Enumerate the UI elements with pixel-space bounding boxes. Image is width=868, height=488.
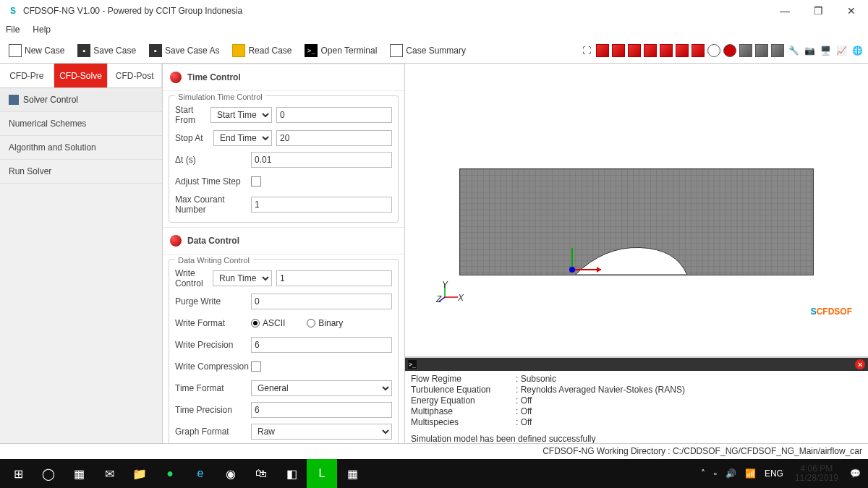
globe-icon[interactable]: 🌐 <box>851 44 864 57</box>
graph-format-select[interactable]: Raw <box>251 424 392 440</box>
settings-panel: Time Control Simulation Time Control Sta… <box>163 64 405 443</box>
write-control-input[interactable] <box>276 270 392 286</box>
sidebar-item-run-solver[interactable]: Run Solver <box>0 160 162 184</box>
stop-at-label: Stop At <box>175 133 213 143</box>
close-button[interactable]: ✕ <box>835 0 868 22</box>
left-sidebar: CFD-Pre CFD-Solve CFD-Post Solver Contro… <box>0 64 163 443</box>
fullscreen-icon[interactable]: ⛶ <box>580 44 593 57</box>
viewport: Y Z X SCFDSOF >_ ✕ Flow Regime: Subsonic… <box>405 64 868 443</box>
svg-point-5 <box>569 267 575 273</box>
mail-icon[interactable]: ✉ <box>94 459 124 488</box>
read-case-button[interactable]: Read Case <box>228 43 296 59</box>
toolbar: New Case ▪Save Case ▪Save Case As Read C… <box>0 38 868 64</box>
chart-icon[interactable]: 📈 <box>835 44 848 57</box>
maximize-button[interactable]: ❐ <box>801 0 835 22</box>
start-from-label: Start From <box>175 105 210 125</box>
status-bar: CFDSOF-NG Working Directory : C:/CDDSOF_… <box>0 443 868 458</box>
start-from-input[interactable] <box>276 107 392 123</box>
new-file-icon <box>9 44 22 57</box>
axis-widget: Y Z X <box>438 283 467 306</box>
write-precision-input[interactable] <box>251 337 392 353</box>
store-icon[interactable]: 🛍 <box>246 459 276 488</box>
solver-icon <box>9 95 19 105</box>
chrome-icon[interactable]: ◉ <box>216 459 246 488</box>
write-precision-label: Write Precision <box>175 340 251 350</box>
stop-at-input[interactable] <box>276 130 392 146</box>
data-control-header: Data Control <box>163 227 404 254</box>
view-cube-icon[interactable] <box>596 44 609 57</box>
max-courant-input[interactable] <box>251 197 392 213</box>
tray-chevron-icon[interactable]: ˄ <box>697 468 710 479</box>
open-terminal-button[interactable]: >_Open Terminal <box>300 43 381 59</box>
view-cube-icon[interactable] <box>628 44 641 57</box>
view-cube-icon[interactable] <box>676 44 689 57</box>
purge-write-input[interactable] <box>251 294 392 309</box>
summary-icon <box>390 44 403 57</box>
menu-bar: File Help <box>0 22 868 38</box>
line-icon[interactable]: L <box>307 459 337 488</box>
dt-input[interactable] <box>251 152 392 168</box>
view-cube-icon[interactable] <box>692 44 705 57</box>
write-format-label: Write Format <box>175 318 251 328</box>
notifications-icon[interactable]: 💬 <box>846 468 865 479</box>
spotify-icon[interactable]: ● <box>155 459 185 488</box>
tab-cfd-post[interactable]: CFD-Post <box>108 64 162 87</box>
cortana-button[interactable]: ◯ <box>33 459 64 488</box>
case-summary-button[interactable]: Case Summary <box>386 43 470 59</box>
camera-icon[interactable]: 📷 <box>803 44 816 57</box>
sidebar-item-solver-control[interactable]: Solver Control <box>0 88 162 112</box>
grid-icon[interactable] <box>771 44 784 57</box>
tray-app-icon[interactable]: ▫ <box>710 468 721 479</box>
target-icon[interactable] <box>707 44 720 57</box>
view-cube-icon[interactable] <box>612 44 625 57</box>
console-close-button[interactable]: ✕ <box>855 359 865 369</box>
time-precision-label: Time Precision <box>175 405 251 415</box>
tray-language[interactable]: ENG <box>760 468 788 479</box>
tray-wifi-icon[interactable]: 📶 <box>741 468 760 479</box>
wrench-icon[interactable]: 🔧 <box>787 44 800 57</box>
purge-write-label: Purge Write <box>175 296 251 307</box>
dt-label: Δt (s) <box>175 155 251 165</box>
view-cube-icon[interactable] <box>660 44 673 57</box>
start-from-select[interactable]: Start Time <box>210 107 272 123</box>
graph-format-label: Graph Format <box>175 427 251 437</box>
write-format-ascii-radio[interactable] <box>251 319 260 328</box>
window-title: CFDSOF-NG V1.00 - Powered by CCIT Group … <box>23 6 242 16</box>
explorer-icon[interactable]: 📁 <box>124 459 155 488</box>
app-icon[interactable]: ▦ <box>337 459 367 488</box>
taskview-button[interactable]: ▦ <box>64 459 94 488</box>
grid-icon[interactable] <box>755 44 768 57</box>
start-button[interactable]: ⊞ <box>3 459 33 488</box>
save-as-icon: ▪ <box>149 44 162 57</box>
record-icon[interactable] <box>723 44 736 57</box>
tab-cfd-pre[interactable]: CFD-Pre <box>0 64 54 87</box>
sidebar-item-numerical-schemes[interactable]: Numerical Schemes <box>0 112 162 136</box>
menu-file[interactable]: File <box>6 25 20 35</box>
menu-help[interactable]: Help <box>33 25 51 35</box>
save-case-as-button[interactable]: ▪Save Case As <box>145 43 224 59</box>
tab-cfd-solve[interactable]: CFD-Solve <box>54 64 109 87</box>
app-icon[interactable]: ◧ <box>276 459 307 488</box>
write-compression-checkbox[interactable] <box>251 361 261 372</box>
write-control-select[interactable]: Run Time <box>213 270 272 286</box>
new-case-button[interactable]: New Case <box>4 43 69 59</box>
folder-icon <box>232 44 245 57</box>
section-icon <box>170 235 182 247</box>
minimize-button[interactable]: — <box>768 0 801 22</box>
system-clock[interactable]: 4:06 PM11/28/2019 <box>788 464 846 483</box>
write-control-label: Write Control <box>175 268 213 288</box>
view-cube-icon[interactable] <box>644 44 657 57</box>
grid-icon[interactable] <box>739 44 752 57</box>
time-format-select[interactable]: General <box>251 380 392 396</box>
monitor-icon[interactable]: 🖥️ <box>819 44 832 57</box>
write-format-binary-radio[interactable] <box>307 319 315 328</box>
3d-canvas[interactable]: Y Z X SCFDSOF <box>405 64 868 356</box>
stop-at-select[interactable]: End Time <box>213 130 272 146</box>
tray-volume-icon[interactable]: 🔊 <box>721 468 741 479</box>
edge-icon[interactable]: e <box>185 459 216 488</box>
time-precision-input[interactable] <box>251 402 392 418</box>
console-message: Simulation model has been defined succes… <box>411 434 862 443</box>
sidebar-item-algorithm-solution[interactable]: Algorithm and Solution <box>0 136 162 160</box>
save-case-button[interactable]: ▪Save Case <box>73 43 140 59</box>
adjust-timestep-checkbox[interactable] <box>251 176 261 187</box>
